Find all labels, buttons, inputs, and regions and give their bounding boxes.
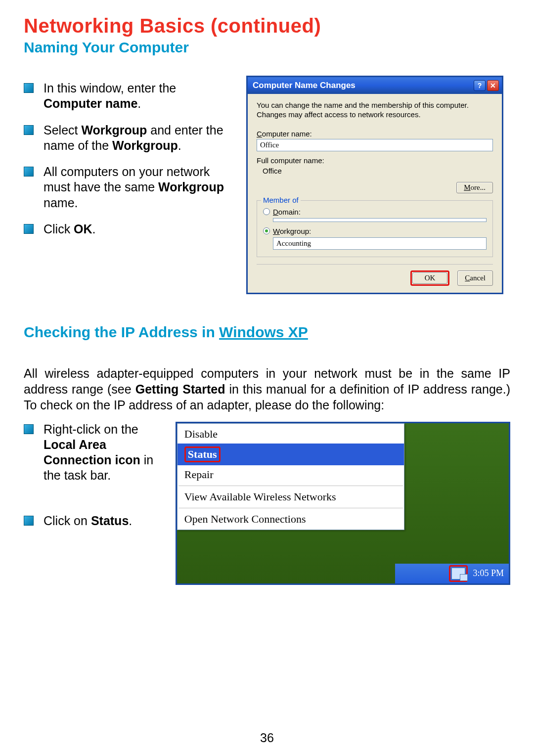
full-name-label: Full computer name: — [257, 156, 493, 165]
text: Click on — [44, 514, 91, 528]
instruction-list: In this window, enter the Computer name.… — [24, 81, 231, 237]
text: Click — [44, 222, 74, 236]
text: . — [92, 222, 96, 236]
text: . — [178, 138, 181, 152]
bold: Status — [91, 514, 129, 528]
text: In this window, enter the — [44, 81, 176, 95]
computer-name-input[interactable]: Office — [257, 139, 493, 151]
menu-item-open-connections[interactable]: Open Network Connections — [178, 510, 404, 529]
section2-paragraph: All wireless adapter-equipped computers … — [24, 365, 510, 413]
list-item: Click on Status. — [24, 513, 162, 529]
menu-separator — [178, 508, 403, 508]
menu-item-disable[interactable]: Disable — [178, 425, 404, 444]
bold: Workgroup — [81, 123, 147, 137]
section2-heading: Checking the IP Address in Windows XP — [24, 324, 510, 341]
ok-highlight: OK — [410, 270, 450, 286]
domain-input[interactable] — [273, 218, 487, 222]
bold: Workgroup — [112, 138, 178, 152]
text: Select — [44, 123, 81, 137]
page-title: Networking Basics (continued) — [24, 15, 510, 37]
page-subtitle: Naming Your Computer — [24, 39, 510, 56]
menu-item-status[interactable]: Status — [178, 444, 404, 465]
page-number: 36 — [0, 731, 534, 745]
network-icon[interactable] — [451, 568, 465, 579]
status-highlight: Status — [184, 446, 221, 462]
ok-button[interactable]: OK — [412, 272, 448, 284]
member-of-group: Member of Domain: Workgroup: Accounting — [257, 200, 493, 257]
workgroup-label: Workgroup: — [273, 227, 311, 235]
tray-icon-highlight — [449, 565, 468, 582]
context-menu: Disable Status Repair View Available Wir… — [177, 423, 404, 530]
group-legend: Member of — [261, 196, 301, 204]
menu-item-view-networks[interactable]: View Available Wireless Networks — [178, 488, 404, 506]
dialog-title: Computer Name Changes — [253, 81, 472, 90]
bold: Local Area Connection icon — [44, 438, 140, 467]
list-item: All computers on your network must have … — [24, 164, 231, 211]
domain-label: Domain: — [273, 208, 301, 216]
text: . — [129, 514, 132, 528]
workgroup-input[interactable]: Accounting — [273, 237, 487, 250]
domain-radio[interactable] — [263, 208, 270, 215]
menu-item-repair[interactable]: Repair — [178, 465, 404, 484]
more-button[interactable]: More... — [456, 182, 493, 193]
list-item: Select Workgroup and enter the name of t… — [24, 123, 231, 154]
cancel-button[interactable]: Cancel — [457, 270, 493, 286]
computer-name-label: Computer name: — [257, 130, 493, 138]
text: Right-click on the — [44, 422, 138, 436]
close-icon[interactable]: ✕ — [487, 80, 499, 91]
full-name-value: Office — [257, 166, 493, 175]
list-item: In this window, enter the Computer name. — [24, 81, 231, 112]
dialog-description: You can change the name and the membersh… — [257, 101, 493, 120]
workgroup-radio[interactable] — [263, 227, 270, 234]
bold: OK — [74, 222, 92, 236]
list-item: Right-click on the Local Area Connection… — [24, 422, 162, 484]
taskbar: 3:05 PM — [395, 564, 509, 583]
bold: Computer name — [44, 96, 137, 110]
taskbar-screenshot: Disable Status Repair View Available Wir… — [176, 422, 510, 585]
instruction-list-2: Right-click on the Local Area Connection… — [24, 422, 162, 529]
text: name. — [44, 196, 78, 210]
dialog-titlebar[interactable]: Computer Name Changes ? ✕ — [248, 77, 502, 94]
menu-separator — [178, 486, 403, 486]
text: . — [137, 96, 141, 110]
clock: 3:05 PM — [473, 568, 504, 578]
list-item: Click OK. — [24, 222, 231, 237]
bold: Workgroup — [158, 180, 224, 194]
help-icon[interactable]: ? — [474, 80, 486, 91]
computer-name-dialog: Computer Name Changes ? ✕ You can change… — [246, 76, 503, 294]
